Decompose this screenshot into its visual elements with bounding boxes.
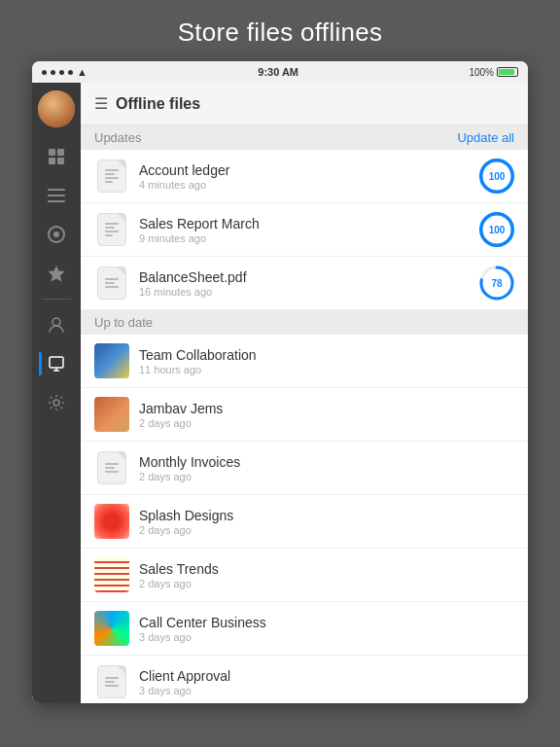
sidebar-item-offline[interactable] xyxy=(39,346,74,381)
svg-marker-9 xyxy=(49,266,65,282)
file-icon-wrap xyxy=(94,266,129,301)
file-info: Client Approval 3 days ago xyxy=(139,668,514,696)
file-name: Call Center Business xyxy=(139,615,514,630)
doc-line xyxy=(105,463,119,465)
avatar[interactable] xyxy=(38,90,75,127)
sidebar-item-settings[interactable] xyxy=(39,385,74,420)
file-item[interactable]: Jambav Jems 2 days ago xyxy=(81,388,528,442)
file-icon-wrap xyxy=(94,159,129,194)
doc-line xyxy=(105,685,119,687)
wifi-icon: ▲ xyxy=(77,66,88,78)
doc-icon xyxy=(97,665,126,698)
doc-line xyxy=(105,181,113,183)
doc-line xyxy=(105,677,119,679)
file-time: 2 days ago xyxy=(139,417,514,429)
svg-rect-1 xyxy=(57,149,64,156)
sidebar-item-person[interactable] xyxy=(39,307,74,342)
file-item[interactable]: Sales Trends 2 days ago xyxy=(81,549,528,602)
avatar-image xyxy=(38,90,75,127)
file-name: Team Collaboration xyxy=(139,347,514,363)
svg-point-12 xyxy=(53,400,59,406)
file-thumbnail xyxy=(94,343,129,378)
uptodate-label: Up to date xyxy=(94,315,153,330)
file-thumbnail xyxy=(94,397,129,432)
uptodate-section-header: Up to date xyxy=(81,310,528,335)
file-item[interactable]: Call Center Business 3 days ago xyxy=(81,602,528,656)
status-time: 9:30 AM xyxy=(258,66,298,78)
file-name: Sales Report March xyxy=(139,216,479,231)
file-item[interactable]: Team Collaboration 11 hours ago xyxy=(81,335,528,388)
file-name: Sales Trends xyxy=(139,561,514,577)
doc-line xyxy=(105,234,113,236)
doc-line xyxy=(105,231,119,232)
sidebar xyxy=(32,83,81,703)
file-thumbnail xyxy=(94,557,129,592)
svg-rect-3 xyxy=(57,158,64,164)
svg-rect-11 xyxy=(50,357,63,368)
device-frame: ▲ 9:30 AM 100% xyxy=(32,61,528,703)
file-item[interactable]: Splash Designs 2 days ago xyxy=(81,495,528,549)
svg-point-10 xyxy=(52,318,60,326)
file-icon-wrap xyxy=(94,664,129,699)
doc-line xyxy=(105,467,115,469)
hamburger-icon[interactable]: ☰ xyxy=(94,94,108,113)
signal-dot xyxy=(51,70,55,75)
page-title-area: Store files offlines xyxy=(0,0,560,61)
doc-icon xyxy=(97,451,126,484)
file-time: 2 days ago xyxy=(139,471,514,482)
sidebar-item-circle[interactable] xyxy=(39,217,74,252)
file-time: 11 hours ago xyxy=(139,364,514,375)
svg-point-13 xyxy=(481,160,512,192)
file-name: Account ledger xyxy=(139,162,479,178)
doc-line xyxy=(105,681,115,683)
file-info: Splash Designs 2 days ago xyxy=(139,508,514,536)
progress-badge: 78 xyxy=(479,266,514,301)
file-thumbnail xyxy=(94,504,129,539)
sidebar-item-star[interactable] xyxy=(39,256,74,291)
page-title: Store files offlines xyxy=(178,18,383,47)
doc-line xyxy=(105,223,119,225)
doc-icon xyxy=(97,213,126,246)
file-time: 2 days ago xyxy=(139,578,514,589)
updates-section-header: Updates Update all xyxy=(81,125,528,150)
status-right: 100% xyxy=(469,67,518,78)
file-item[interactable]: Account ledger 4 minutes ago 100 xyxy=(81,150,528,203)
progress-badge: 100 xyxy=(479,159,514,194)
doc-line xyxy=(105,282,115,284)
top-bar: ☰ Offline files xyxy=(81,83,528,125)
main-area: ☰ Offline files Updates Update all xyxy=(32,83,528,703)
file-info: Monthly Invoices 2 days ago xyxy=(139,454,514,482)
file-name: Client Approval xyxy=(139,668,514,684)
doc-lines xyxy=(101,459,122,477)
doc-line xyxy=(105,227,115,229)
file-name: BalanceSheet.pdf xyxy=(139,269,479,285)
battery-label: 100% xyxy=(469,67,494,78)
content-pane: ☰ Offline files Updates Update all xyxy=(81,83,528,703)
file-time: 16 minutes ago xyxy=(139,286,479,298)
battery-fill xyxy=(499,69,514,75)
file-info: Sales Trends 2 days ago xyxy=(139,561,514,589)
file-item[interactable]: Monthly Invoices 2 days ago xyxy=(81,442,528,495)
file-item[interactable]: Client Approval 3 days ago xyxy=(81,656,528,703)
file-time: 3 days ago xyxy=(139,631,514,643)
doc-lines xyxy=(101,274,122,292)
doc-lines xyxy=(101,165,122,187)
status-left: ▲ xyxy=(42,66,88,78)
sidebar-item-all[interactable] xyxy=(39,139,74,174)
file-info: Sales Report March 9 minutes ago xyxy=(139,216,479,244)
doc-icon xyxy=(97,267,126,300)
doc-line xyxy=(105,169,119,171)
sidebar-item-list[interactable] xyxy=(39,178,74,213)
doc-lines xyxy=(101,219,122,240)
file-name: Splash Designs xyxy=(139,508,514,523)
doc-lines xyxy=(101,673,122,691)
signal-dot xyxy=(59,70,64,75)
file-item[interactable]: BalanceSheet.pdf 16 minutes ago 78 xyxy=(81,257,528,310)
file-info: Call Center Business 3 days ago xyxy=(139,615,514,643)
file-time: 3 days ago xyxy=(139,685,514,696)
file-info: Team Collaboration 11 hours ago xyxy=(139,347,514,375)
file-item[interactable]: Sales Report March 9 minutes ago 100 xyxy=(81,203,528,257)
svg-rect-4 xyxy=(48,189,65,191)
update-all-button[interactable]: Update all xyxy=(457,130,514,145)
file-name: Monthly Invoices xyxy=(139,454,514,470)
